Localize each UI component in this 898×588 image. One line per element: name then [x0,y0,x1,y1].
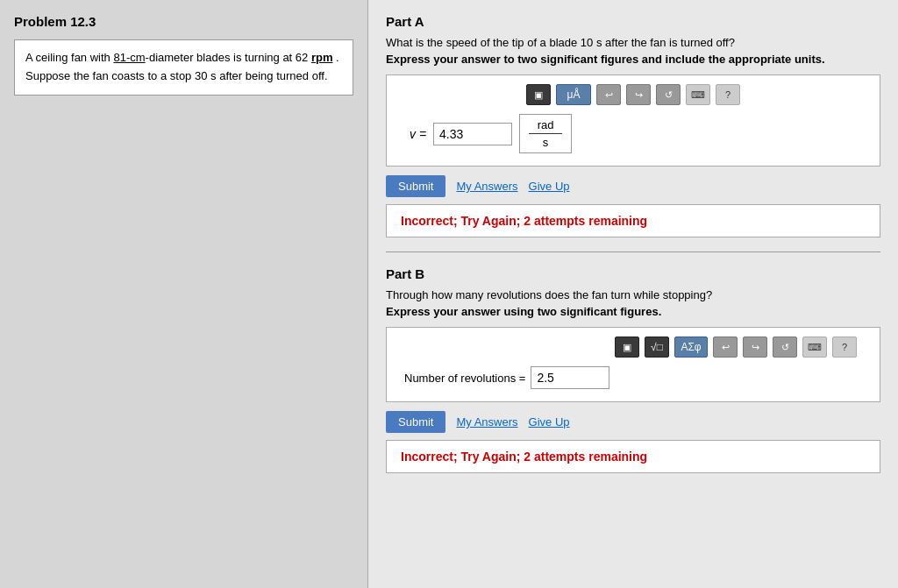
part-a-give-up-btn[interactable]: Give Up [529,180,570,193]
part-a-matrix-btn[interactable]: ▣ [526,84,551,105]
part-a-unit-top: rad [529,118,562,134]
part-a-keyboard-btn[interactable]: ⌨ [686,84,710,105]
part-b-greek-btn[interactable]: ΑΣφ [674,337,708,358]
problem-title: Problem 12.3 [14,14,353,29]
part-b-title: Part B [386,266,880,281]
part-a-subtext: Express your answer to two significant f… [386,53,880,66]
part-a-answer-container: ▣ μÅ ↩ ↪ ↺ ⌨ ? v = rad s [386,74,880,166]
part-a-answer-row: v = rad s [401,114,866,153]
part-b-submit-btn[interactable]: Submit [386,411,445,433]
part-a-submit-btn[interactable]: Submit [386,175,445,197]
part-a-answer-input[interactable] [433,123,512,145]
right-panel: Part A What is the speed of the tip of a… [368,0,898,588]
problem-text: A ceiling fan with 81-cm-diameter blades… [25,51,339,82]
part-a-section: Part A What is the speed of the tip of a… [386,14,880,237]
part-a-refresh-btn[interactable]: ↺ [656,84,681,105]
part-b-undo-btn[interactable]: ↩ [713,337,738,358]
part-a-toolbar: ▣ μÅ ↩ ↪ ↺ ⌨ ? [401,84,866,105]
part-a-redo-btn[interactable]: ↪ [626,84,651,105]
part-b-keyboard-btn[interactable]: ⌨ [802,337,827,358]
part-divider [386,251,880,252]
part-b-revolutions-label: Number of revolutions = [404,372,525,385]
part-b-section: Part B Through how many revolutions does… [386,266,880,473]
problem-box: A ceiling fan with 81-cm-diameter blades… [14,39,353,96]
left-panel: Problem 12.3 A ceiling fan with 81-cm-di… [0,0,368,588]
part-a-submit-row: Submit My Answers Give Up [386,175,880,197]
part-a-unit-box: rad s [519,114,572,153]
part-a-title: Part A [386,14,880,29]
part-b-redo-btn[interactable]: ↪ [743,337,767,358]
part-b-answer-input[interactable] [531,366,609,389]
part-b-matrix-btn[interactable]: ▣ [615,337,639,358]
part-a-help-btn[interactable]: ? [716,84,740,105]
part-a-v-label: v = [410,127,426,141]
part-a-undo-btn[interactable]: ↩ [596,84,621,105]
part-b-refresh-btn[interactable]: ↺ [773,337,797,358]
part-b-answer-container: ▣ √□ ΑΣφ ↩ ↪ ↺ ⌨ ? Number of revolutions… [386,327,880,402]
part-b-my-answers-btn[interactable]: My Answers [456,415,517,429]
part-b-help-btn[interactable]: ? [832,337,857,358]
part-b-feedback: Incorrect; Try Again; 2 attempts remaini… [386,440,880,473]
part-b-toolbar: ▣ √□ ΑΣφ ↩ ↪ ↺ ⌨ ? [401,337,866,358]
part-b-submit-row: Submit My Answers Give Up [386,411,880,433]
part-b-answer-row: Number of revolutions = [401,366,866,389]
part-a-unit-bottom: s [529,136,562,149]
part-b-subtext: Express your answer using two significan… [386,305,880,318]
part-b-give-up-btn[interactable]: Give Up [529,415,570,429]
part-a-feedback: Incorrect; Try Again; 2 attempts remaini… [386,204,880,237]
part-b-sqrt-btn[interactable]: √□ [645,337,669,358]
part-a-question: What is the speed of the tip of a blade … [386,36,880,49]
part-b-question: Through how many revolutions does the fa… [386,288,880,301]
part-a-unit-btn[interactable]: μÅ [556,84,591,105]
part-a-my-answers-btn[interactable]: My Answers [456,180,517,193]
